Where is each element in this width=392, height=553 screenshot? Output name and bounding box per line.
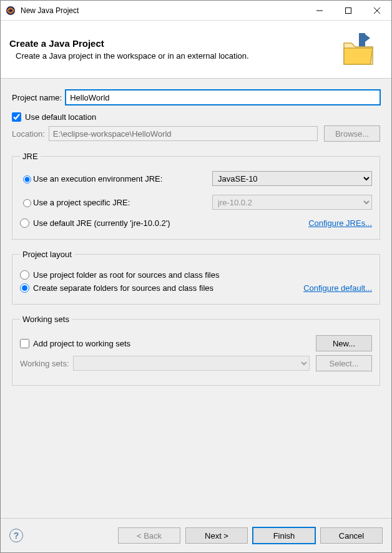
button-bar: ? < Back Next > Finish Cancel [1, 518, 391, 552]
working-sets-legend: Working sets [20, 315, 72, 324]
browse-button: Browse... [324, 125, 380, 142]
titlebar: New Java Project [1, 1, 391, 21]
use-default-location-label: Use default location [25, 112, 96, 122]
jre-project-specific-combo: jre-10.0.2 [212, 195, 372, 210]
layout-separate-label: Create separate folders for sources and … [33, 283, 213, 293]
layout-root-row: Use project folder as root for sources a… [20, 270, 372, 280]
jre-default-row: Use default JRE (currently 'jre-10.0.2')… [20, 218, 372, 228]
jre-project-specific-row: Use a project specific JRE: jre-10.0.2 [20, 195, 372, 210]
jre-exec-env-radio[interactable] [23, 175, 31, 184]
layout-root-radio[interactable] [20, 270, 29, 280]
project-layout-legend: Project layout [20, 250, 74, 259]
use-default-location-row: Use default location [12, 112, 380, 122]
page-subtitle: Create a Java project in the workspace o… [9, 51, 339, 61]
project-name-row: Project name: [12, 90, 380, 105]
back-button: < Back [118, 527, 180, 544]
help-button[interactable]: ? [9, 529, 23, 542]
window-title: New Java Project [21, 6, 305, 15]
jre-default-radio[interactable] [20, 218, 29, 228]
maximize-button[interactable] [334, 1, 363, 20]
location-label: Location: [12, 129, 45, 139]
working-sets-combo [73, 356, 310, 371]
configure-jres-link[interactable]: Configure JREs... [308, 218, 372, 228]
eclipse-icon [6, 6, 16, 16]
next-button[interactable]: Next > [185, 527, 248, 544]
jre-project-specific-label: Use a project specific JRE: [33, 198, 130, 207]
jre-project-specific-radio[interactable] [23, 199, 31, 207]
configure-default-link[interactable]: Configure default... [303, 283, 372, 293]
minimize-button[interactable] [305, 1, 334, 20]
jre-exec-env-combo[interactable]: JavaSE-10 [212, 171, 372, 186]
jre-exec-env-label: Use an execution environment JRE: [33, 174, 162, 184]
project-name-input[interactable] [66, 90, 380, 105]
wizard-content: Project name: Use default location Locat… [1, 79, 391, 518]
jre-legend: JRE [20, 152, 41, 161]
svg-rect-4 [346, 7, 351, 13]
project-layout-group: Project layout Use project folder as roo… [12, 250, 380, 305]
location-row: Location: Browse... [12, 125, 380, 142]
new-working-set-button[interactable]: New... [316, 335, 372, 351]
dialog-window: New Java Project Create a Java Project C… [0, 0, 392, 553]
jre-default-label: Use default JRE (currently 'jre-10.0.2') [33, 218, 170, 228]
layout-separate-row: Create separate folders for sources and … [20, 283, 372, 293]
add-working-sets-label: Add project to working sets [33, 339, 130, 348]
working-sets-group: Working sets Add project to working sets… [12, 315, 380, 386]
project-name-label: Project name: [12, 93, 62, 102]
select-working-sets-button: Select... [316, 355, 372, 371]
cancel-button[interactable]: Cancel [320, 527, 383, 544]
jre-group: JRE Use an execution environment JRE: Ja… [12, 152, 380, 240]
layout-separate-radio[interactable] [20, 283, 29, 293]
jre-exec-env-row: Use an execution environment JRE: JavaSE… [20, 171, 372, 186]
add-working-sets-checkbox[interactable] [20, 339, 29, 348]
working-sets-label: Working sets: [20, 359, 69, 368]
location-input [49, 126, 318, 141]
close-button[interactable] [363, 1, 391, 20]
window-buttons [305, 1, 391, 20]
layout-root-label: Use project folder as root for sources a… [33, 270, 219, 280]
use-default-location-checkbox[interactable] [12, 112, 21, 122]
wizard-header: Create a Java Project Create a Java proj… [1, 21, 391, 79]
folder-java-icon [339, 29, 379, 69]
finish-button[interactable]: Finish [253, 527, 315, 544]
add-working-sets-row: Add project to working sets New... [20, 335, 372, 351]
page-title: Create a Java Project [9, 38, 339, 49]
working-sets-select-row: Working sets: Select... [20, 355, 372, 371]
